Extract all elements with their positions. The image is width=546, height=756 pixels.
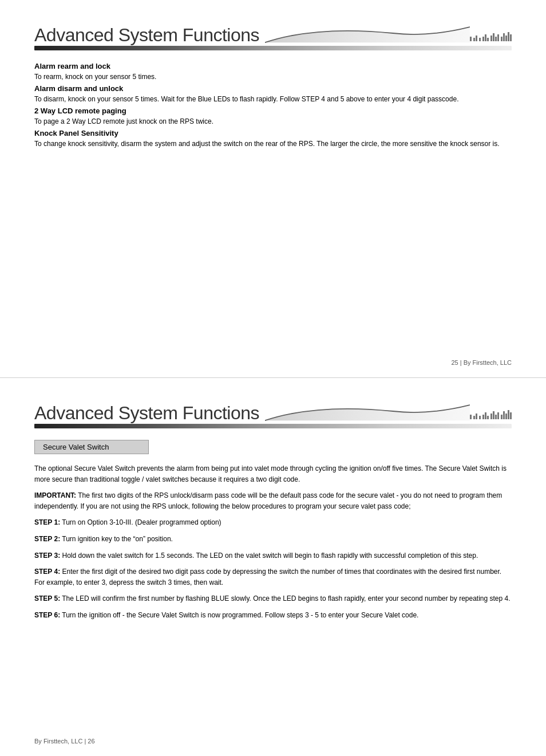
section-alarm-rearm: Alarm rearm and lock To rearm, knock on … <box>34 62 512 82</box>
page1-section-bar <box>34 46 512 50</box>
page2-page-num: 26 <box>88 738 94 745</box>
section-heading-knock-panel: Knock Panel Sensitivity <box>34 129 512 137</box>
page1-header: Advanced System Functions <box>34 23 512 46</box>
section-text-alarm-rearm: To rearm, knock on your sensor 5 times. <box>34 72 512 82</box>
section-text-2way-lcd: To page a 2 Way LCD remote just knock on… <box>34 116 512 127</box>
page2-footer-left: By Firsttech, LLC | 26 <box>34 738 95 745</box>
step-4: STEP 4: Enter the first digit of the des… <box>34 566 512 588</box>
page1-footer: 25 | By Firsttech, LLC <box>451 359 512 366</box>
paragraph-important: IMPORTANT: The first two digits of the R… <box>34 490 512 511</box>
header-decoration-2 <box>265 401 512 422</box>
header-swoosh-2 <box>265 401 470 422</box>
secure-valet-switch-badge: Secure Valet Switch <box>34 440 149 454</box>
section-text-alarm-disarm: To disarm, knock on your sensor 5 times.… <box>34 94 512 104</box>
section-alarm-disarm: Alarm disarm and unlock To disarm, knock… <box>34 84 512 104</box>
section-heading-alarm-rearm: Alarm rearm and lock <box>34 62 512 70</box>
page2-header: Advanced System Functions <box>34 401 512 424</box>
page2-section-bar <box>34 424 512 428</box>
page1-title: Advanced System Functions <box>34 25 259 46</box>
page1-content: Alarm rearm and lock To rearm, knock on … <box>34 62 512 149</box>
page1-footer-text: By Firsttech, LLC <box>464 359 512 366</box>
step-5: STEP 5: The LED will confirm the first n… <box>34 593 512 604</box>
step-6: STEP 6: Turn the ignition off - the Secu… <box>34 610 512 621</box>
section-heading-alarm-disarm: Alarm disarm and unlock <box>34 84 512 93</box>
step-2: STEP 2: Turn ignition key to the “on” po… <box>34 534 512 545</box>
section-heading-2way-lcd: 2 Way LCD remote paging <box>34 107 512 115</box>
page2-footer-company: By Firsttech, LLC <box>34 738 82 745</box>
page2-content: The optional Secure Valet Switch prevent… <box>34 463 512 621</box>
step-1: STEP 1: Turn on Option 3-10-III. (Dealer… <box>34 517 512 528</box>
section-2way-lcd: 2 Way LCD remote paging To page a 2 Way … <box>34 107 512 127</box>
page-1: Advanced System Functions <box>0 0 546 378</box>
header-dots-1 <box>470 32 512 41</box>
page2-title: Advanced System Functions <box>34 403 259 424</box>
header-decoration-1 <box>265 23 512 44</box>
header-dots-2 <box>470 410 512 419</box>
paragraph-intro: The optional Secure Valet Switch prevent… <box>34 463 512 485</box>
page-2: Advanced System Functions <box>0 378 546 756</box>
step-3: STEP 3: Hold down the valet switch for 1… <box>34 550 512 561</box>
section-knock-panel: Knock Panel Sensitivity To change knock … <box>34 129 512 149</box>
section-text-knock-panel: To change knock sensitivity, disarm the … <box>34 139 512 149</box>
header-swoosh-1 <box>265 23 470 44</box>
page1-page-num: 25 <box>451 359 458 366</box>
